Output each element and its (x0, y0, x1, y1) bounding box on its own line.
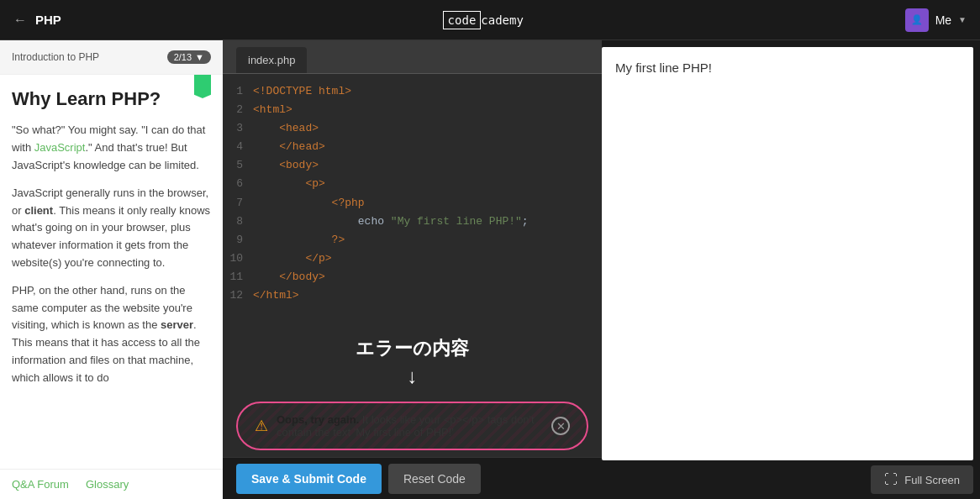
line-number: 4 (223, 138, 253, 156)
user-name: Me (935, 13, 951, 27)
line-number: 12 (223, 286, 253, 305)
back-arrow-icon[interactable]: ← (13, 13, 27, 28)
code-token: <p> (253, 175, 325, 193)
table-row: 12</html> (223, 286, 602, 305)
output-controls: ⛶ Full Screen (602, 460, 980, 499)
table-row: 3 <head> (223, 119, 602, 138)
line-number: 9 (223, 231, 253, 250)
javascript-link[interactable]: JavaScript (34, 141, 86, 154)
logo: codecademy (443, 11, 524, 29)
progress-value: 2/13 (174, 52, 192, 62)
fullscreen-button[interactable]: ⛶ Full Screen (871, 465, 973, 494)
table-row: 11 </body> (223, 268, 602, 286)
editor-content[interactable]: 1<!DOCTYPE html>2<html>3 <head>4 </head>… (223, 74, 602, 336)
line-number: 7 (223, 194, 253, 213)
error-label: エラーの内容 (356, 336, 469, 361)
section-title: Why Learn PHP? (12, 88, 211, 110)
sidebar-body: Why Learn PHP? "So what?" You might say.… (0, 75, 223, 469)
tab-index-php[interactable]: index.php (236, 47, 307, 73)
line-number: 5 (223, 156, 253, 175)
code-token: ?> (253, 231, 345, 250)
error-bold: Oops, try again. (277, 413, 359, 426)
code-token: </html> (253, 286, 299, 305)
warning-icon: ⚠ (255, 417, 268, 435)
output-panel: My first line PHP! ⛶ Full Screen (602, 40, 980, 499)
table-row: 5 <body> (223, 156, 602, 175)
fullscreen-icon: ⛶ (884, 472, 898, 487)
nav-title: PHP (35, 13, 61, 27)
code-token: <!DOCTYPE html> (253, 82, 351, 101)
table-row: 7 <?php (223, 194, 602, 213)
error-close-button[interactable]: ✕ (551, 417, 570, 435)
avatar: 👤 (905, 8, 929, 32)
code-token: <?php (253, 194, 365, 213)
table-row: 8 echo "My first line PHP!"; (223, 213, 602, 231)
course-title: Introduction to PHP (12, 51, 99, 63)
line-number: 8 (223, 213, 253, 231)
code-token: "My first line PHP!" (391, 213, 522, 231)
editor-tabs: index.php (223, 40, 602, 74)
sidebar-paragraph-3: PHP, on the other hand, runs on the same… (12, 282, 211, 387)
glossary-link[interactable]: Glossary (86, 478, 129, 491)
chevron-down-icon[interactable]: ▼ (958, 15, 967, 24)
logo-code: code (443, 11, 482, 29)
sidebar-header: Introduction to PHP 2/13 ▼ (0, 40, 223, 75)
code-token: <html> (253, 101, 292, 119)
nav-left: ← PHP (13, 13, 61, 28)
error-box: ⚠ Oops, try again. It looks like your <p… (236, 402, 588, 450)
table-row: 4 </head> (223, 138, 602, 156)
error-text: Oops, try again. It looks like your <p><… (277, 413, 543, 439)
code-token: </head> (253, 138, 325, 156)
code-token: </body> (253, 268, 325, 286)
editor-area: index.php 1<!DOCTYPE html>2<html>3 <head… (223, 40, 602, 499)
qa-forum-link[interactable]: Q&A Forum (12, 478, 69, 491)
bookmark-icon (194, 75, 211, 98)
fullscreen-label: Full Screen (904, 474, 960, 486)
logo-academy: cademy (481, 13, 524, 27)
table-row: 6 <p> (223, 175, 602, 193)
code-token: <head> (253, 119, 319, 138)
error-arrow-icon: ↓ (408, 365, 418, 388)
table-row: 2<html> (223, 101, 602, 119)
nav-right: 👤 Me ▼ (905, 8, 967, 32)
code-token: echo (253, 213, 391, 231)
code-token: ; (522, 213, 529, 231)
line-number: 6 (223, 175, 253, 193)
reset-code-button[interactable]: Reset Code (388, 464, 481, 494)
top-nav: ← PHP codecademy 👤 Me ▼ (0, 0, 980, 40)
progress-button[interactable]: 2/13 ▼ (167, 50, 211, 64)
table-row: 1<!DOCTYPE html> (223, 82, 602, 101)
sidebar: Introduction to PHP 2/13 ▼ Why Learn PHP… (0, 40, 223, 499)
table-row: 9 ?> (223, 231, 602, 250)
output-screen: My first line PHP! (602, 47, 973, 460)
output-content: My first line PHP! (602, 47, 973, 88)
main-layout: Introduction to PHP 2/13 ▼ Why Learn PHP… (0, 40, 980, 499)
code-token: </p> (253, 250, 332, 268)
table-row: 10 </p> (223, 250, 602, 268)
save-submit-button[interactable]: Save & Submit Code (236, 464, 382, 494)
progress-chevron: ▼ (195, 52, 204, 62)
line-number: 2 (223, 101, 253, 119)
line-number: 1 (223, 82, 253, 101)
bottom-bar: Save & Submit Code Reset Code (223, 457, 602, 499)
line-number: 3 (223, 119, 253, 138)
sidebar-footer: Q&A Forum Glossary (0, 469, 223, 499)
error-annotation: エラーの内容 ↓ (223, 336, 602, 395)
line-number: 10 (223, 250, 253, 268)
sidebar-paragraph-1: "So what?" You might say. "I can do that… (12, 122, 211, 174)
sidebar-paragraph-2: JavaScript generally runs in the browser… (12, 185, 211, 272)
code-token: <body> (253, 156, 319, 175)
line-number: 11 (223, 268, 253, 286)
